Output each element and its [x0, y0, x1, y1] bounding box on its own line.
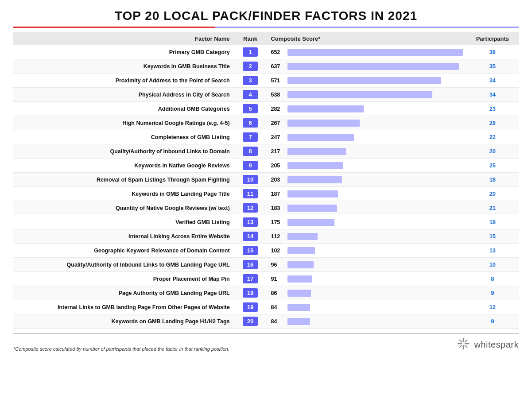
bar-background: [287, 275, 462, 283]
table-row: Completeness of GMB Listing 7 247 22: [13, 130, 519, 144]
title-underline: [13, 27, 519, 28]
bar-background: [287, 304, 462, 311]
score-value: 175: [271, 219, 285, 225]
bar-background: [287, 49, 462, 56]
rank-cell: 3: [233, 74, 268, 88]
bar-background: [287, 290, 462, 297]
factor-name: Removal of Spam Listings Through Spam Fi…: [13, 173, 233, 187]
bar-background: [287, 162, 462, 169]
bar-fill: [287, 63, 458, 70]
rank-badge: 5: [243, 104, 258, 113]
rank-cell: 14: [233, 229, 268, 244]
score-cell: 84: [267, 300, 466, 314]
header-score: Composite Score*: [267, 32, 466, 45]
score-cell: 187: [267, 187, 466, 201]
bar-fill: [287, 247, 315, 254]
table-row: Internal Links to GMB landing Page From …: [13, 300, 519, 314]
page-title: TOP 20 LOCAL PACK/FINDER FACTORS IN 2021: [115, 9, 417, 23]
participants-value: 28: [466, 116, 519, 130]
bar-fill: [287, 176, 342, 183]
factor-name: Keywords in Native Google Reviews: [13, 159, 233, 173]
rank-badge: 17: [243, 274, 258, 283]
participants-value: 38: [466, 45, 519, 59]
bar-background: [287, 63, 462, 70]
rank-cell: 13: [233, 215, 268, 229]
rank-badge: 13: [243, 217, 258, 227]
rank-cell: 10: [233, 173, 268, 187]
score-cell: 183: [267, 201, 466, 215]
table-row: Proximity of Address to the Point of Sea…: [13, 74, 519, 88]
bar-fill: [287, 219, 334, 226]
table-row: Quantity of Native Google Reviews (w/ te…: [13, 201, 519, 215]
svg-line-6: [465, 340, 467, 342]
logo-wrap: whitespark: [457, 337, 519, 352]
score-value: 183: [271, 205, 285, 211]
participants-value: 18: [466, 173, 519, 187]
participants-value: 9: [466, 286, 519, 300]
participants-value: 34: [466, 88, 519, 102]
score-cell: 538: [267, 88, 466, 102]
score-cell: 84: [267, 314, 466, 329]
participants-value: 21: [466, 201, 519, 215]
table-row: Quality/Authority of Inbound Links to GM…: [13, 258, 519, 272]
participants-value: 23: [466, 102, 519, 116]
rank-cell: 20: [233, 314, 268, 329]
table-row: Proper Placement of Map Pin 17 91 8: [13, 272, 519, 286]
factor-name: Quality/Authority of Inbound Links to GM…: [13, 258, 233, 272]
participants-value: 20: [466, 144, 519, 159]
score-cell: 637: [267, 59, 466, 74]
rank-cell: 5: [233, 102, 268, 116]
rank-badge: 9: [243, 161, 258, 170]
factor-name: Internal Links to GMB landing Page From …: [13, 300, 233, 314]
bar-background: [287, 148, 462, 155]
score-cell: 282: [267, 102, 466, 116]
bar-background: [287, 205, 462, 212]
bar-fill: [287, 233, 318, 240]
factor-name: Proximity of Address to the Point of Sea…: [13, 74, 233, 88]
rank-badge: 2: [243, 62, 258, 71]
score-value: 571: [271, 77, 285, 84]
table-row: Physical Address in City of Search 4 538…: [13, 88, 519, 102]
table-row: Removal of Spam Listings Through Spam Fi…: [13, 173, 519, 187]
rank-badge: 15: [243, 246, 258, 255]
table-row: Primary GMB Category 1 652 38: [13, 45, 519, 59]
score-cell: 217: [267, 144, 466, 159]
bar-fill: [287, 148, 346, 155]
footer: *Composite score calculated by number of…: [13, 337, 519, 352]
bar-fill: [287, 205, 337, 212]
rank-badge: 19: [243, 302, 258, 312]
factor-name: Keywords in GMB Landing Page Title: [13, 187, 233, 201]
bar-fill: [287, 190, 338, 198]
score-value: 112: [271, 233, 285, 240]
participants-value: 22: [466, 130, 519, 144]
score-cell: 86: [267, 286, 466, 300]
score-value: 538: [271, 92, 285, 98]
score-cell: 205: [267, 159, 466, 173]
rank-badge: 18: [243, 288, 258, 298]
header-participants: Participants: [466, 32, 519, 45]
score-value: 187: [271, 191, 285, 197]
participants-value: 13: [466, 244, 519, 258]
bar-background: [287, 176, 462, 183]
factor-name: Physical Address in City of Search: [13, 88, 233, 102]
bar-background: [287, 247, 462, 254]
bar-background: [287, 219, 462, 226]
rank-cell: 4: [233, 88, 268, 102]
bar-fill: [287, 275, 312, 283]
score-cell: 203: [267, 173, 466, 187]
participants-value: 34: [466, 74, 519, 88]
rank-cell: 18: [233, 286, 268, 300]
score-value: 652: [271, 49, 285, 55]
factor-name: Keywords on GMB Landing Page H1/H2 Tags: [13, 314, 233, 329]
table-header-row: Factor Name Rank Composite Score* Partic…: [13, 32, 519, 45]
svg-line-4: [460, 340, 462, 342]
participants-value: 35: [466, 59, 519, 74]
score-cell: 247: [267, 130, 466, 144]
score-cell: 571: [267, 74, 466, 88]
bar-fill: [287, 162, 342, 169]
participants-value: 9: [466, 314, 519, 329]
table-body: Primary GMB Category 1 652 38 Keywords i…: [13, 45, 519, 329]
rank-badge: 8: [243, 147, 258, 156]
rank-badge: 7: [243, 132, 258, 142]
bar-fill: [287, 105, 363, 112]
